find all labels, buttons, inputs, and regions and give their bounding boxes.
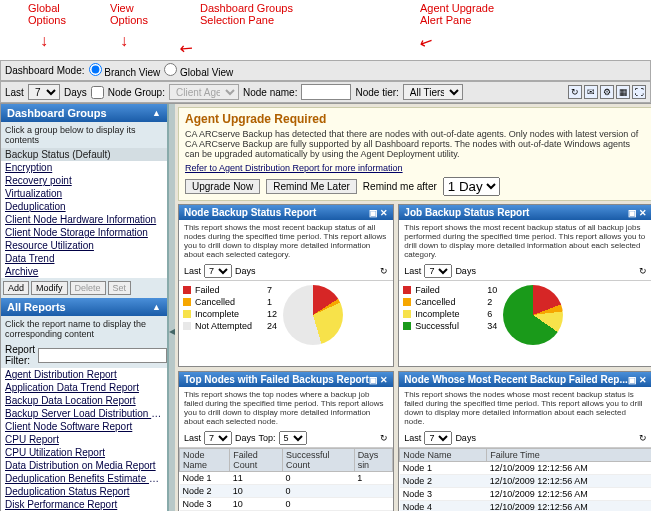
pie-chart[interactable] (503, 285, 563, 345)
dashboard-group-item[interactable]: Backup Status (Default) (1, 148, 167, 161)
legend-item[interactable]: Failed7 (183, 285, 277, 295)
report-list-item[interactable]: Client Node Software Report (1, 420, 167, 433)
expand-icon[interactable]: ⛶ (632, 85, 646, 99)
report-desc: This report shows the top nodes where a … (179, 387, 393, 429)
legend: Failed7Cancelled1Incomplete12Not Attempt… (183, 285, 277, 362)
dashboard-group-item[interactable]: Resource Utilization (1, 239, 167, 252)
dashboard-group-item[interactable]: Deduplication (1, 200, 167, 213)
node-name-input[interactable] (301, 84, 351, 100)
report-list-item[interactable]: Data Distribution on Media Report (1, 459, 167, 472)
column-header[interactable]: Node Name (400, 449, 487, 462)
node-tier-select[interactable]: All Tiers (403, 84, 463, 100)
legend-item[interactable]: Incomplete6 (403, 309, 497, 319)
table-row[interactable]: Node 2100 (180, 485, 393, 498)
delete-button: Delete (70, 281, 106, 295)
filter-toolbar: Last 7 Days Node Group: Client Agent Nod… (0, 81, 651, 103)
dashboard-group-item[interactable]: Client Node Storage Information (1, 226, 167, 239)
days-select[interactable]: 7 (424, 264, 452, 278)
last-label: Last (404, 266, 421, 276)
dashboard-group-item[interactable]: Encryption (1, 161, 167, 174)
days-label: Days (455, 266, 476, 276)
column-header[interactable]: Failure Time (487, 449, 651, 462)
all-reports-desc: Click the report name to display the cor… (1, 316, 167, 342)
collapse-icon[interactable]: ▲ (152, 108, 161, 118)
legend-item[interactable]: Cancelled1 (183, 297, 277, 307)
mail-icon[interactable]: ✉ (584, 85, 598, 99)
dashboard-mode-bar: Dashboard Mode: Branch View Global View (0, 60, 651, 81)
legend-item[interactable]: Incomplete12 (183, 309, 277, 319)
toolbar-icons: ↻ ✉ ⚙ ▦ ⛶ (568, 85, 646, 99)
table-row[interactable]: Node 312/10/2009 12:12:56 AM (400, 488, 651, 501)
dashboard-group-item[interactable]: Virtualization (1, 187, 167, 200)
job-backup-status-report: Job Backup Status Report▣ ✕ This report … (398, 204, 651, 367)
settings-icon[interactable]: ⚙ (600, 85, 614, 99)
report-list-item[interactable]: Backup Server Load Distribution Report (1, 407, 167, 420)
maximize-icon[interactable]: ▣ ✕ (369, 208, 389, 218)
refresh-icon[interactable]: ↻ (639, 266, 647, 276)
days-select[interactable]: 7 (204, 264, 232, 278)
legend-item[interactable]: Not Attempted24 (183, 321, 277, 331)
ann-view-options: View Options (110, 2, 148, 26)
report-list-item[interactable]: Deduplication Status Report (1, 485, 167, 498)
table-row[interactable]: Node 112/10/2009 12:12:56 AM (400, 462, 651, 475)
table-row[interactable]: Node 212/10/2009 12:12:56 AM (400, 475, 651, 488)
legend-item[interactable]: Successful34 (403, 321, 497, 331)
refresh-icon[interactable]: ↻ (380, 266, 388, 276)
report-list-item[interactable]: Agent Distribution Report (1, 368, 167, 381)
collapse-icon[interactable]: ▲ (152, 302, 161, 312)
right-pane: Agent Upgrade Required CA ARCserve Backu… (175, 104, 651, 511)
dashboard-group-item[interactable]: Client Node Hardware Information (1, 213, 167, 226)
refresh-icon[interactable]: ↻ (380, 433, 388, 443)
legend: Failed10Cancelled2Incomplete6Successful3… (403, 285, 497, 362)
days-select[interactable]: 7 (28, 84, 60, 100)
all-reports-header[interactable]: All Reports ▲ (1, 298, 167, 316)
days-select[interactable]: 7 (424, 431, 452, 445)
legend-item[interactable]: Failed10 (403, 285, 497, 295)
column-header[interactable]: Failed Count (230, 449, 283, 472)
pie-chart[interactable] (283, 285, 343, 345)
report-list-item[interactable]: Backup Data Location Report (1, 394, 167, 407)
node-name-label: Node name: (243, 87, 297, 98)
remind-label: Remind me after (363, 181, 437, 192)
maximize-icon[interactable]: ▣ ✕ (369, 375, 389, 385)
dashboard-group-item[interactable]: Recovery point (1, 174, 167, 187)
dashboard-groups-header[interactable]: Dashboard Groups ▲ (1, 104, 167, 122)
upgrade-now-button[interactable]: Upgrade Now (185, 179, 260, 194)
days-label: Days (64, 87, 87, 98)
alert-text: CA ARCserve Backup has detected that the… (185, 129, 646, 159)
add-button[interactable]: Add (3, 281, 29, 295)
refresh-icon[interactable]: ↻ (639, 433, 647, 443)
report-list-item[interactable]: Disk Performance Report (1, 498, 167, 511)
modify-button[interactable]: Modify (31, 281, 68, 295)
remind-select[interactable]: 1 Day (443, 177, 500, 196)
dashboard-group-item[interactable]: Archive (1, 265, 167, 278)
maximize-icon[interactable]: ▣ ✕ (628, 375, 648, 385)
remind-later-button[interactable]: Remind Me Later (266, 179, 357, 194)
report-list-item[interactable]: Application Data Trend Report (1, 381, 167, 394)
column-header[interactable]: Days sin (354, 449, 393, 472)
branch-view-radio[interactable]: Branch View (89, 63, 161, 78)
table-row[interactable]: Node 3100 (180, 498, 393, 511)
table-row[interactable]: Node 412/10/2009 12:12:56 AM (400, 501, 651, 512)
alert-link[interactable]: Refer to Agent Distribution Report for m… (185, 163, 403, 173)
node-group-label: Node Group: (108, 87, 165, 98)
last-label: Last (184, 433, 201, 443)
report-list-item[interactable]: CPU Utilization Report (1, 446, 167, 459)
maximize-icon[interactable]: ▣ ✕ (628, 208, 648, 218)
days-select[interactable]: 7 (204, 431, 232, 445)
table-row[interactable]: Node 11101 (180, 472, 393, 485)
column-header[interactable]: Successful Count (282, 449, 354, 472)
report-list-item[interactable]: CPU Report (1, 433, 167, 446)
layout-icon[interactable]: ▦ (616, 85, 630, 99)
top-select[interactable]: 5 (279, 431, 307, 445)
report-desc: This report shows the nodes whose most r… (399, 387, 651, 429)
report-filter-input[interactable] (38, 348, 167, 363)
legend-item[interactable]: Cancelled2 (403, 297, 497, 307)
dashboard-group-item[interactable]: Data Trend (1, 252, 167, 265)
global-view-radio[interactable]: Global View (164, 63, 233, 78)
report-list-item[interactable]: Deduplication Benefits Estimate Report (1, 472, 167, 485)
column-header[interactable]: Node Name (180, 449, 230, 472)
node-group-select[interactable]: Client Agent (169, 84, 239, 100)
refresh-icon[interactable]: ↻ (568, 85, 582, 99)
node-group-check[interactable] (91, 86, 104, 99)
